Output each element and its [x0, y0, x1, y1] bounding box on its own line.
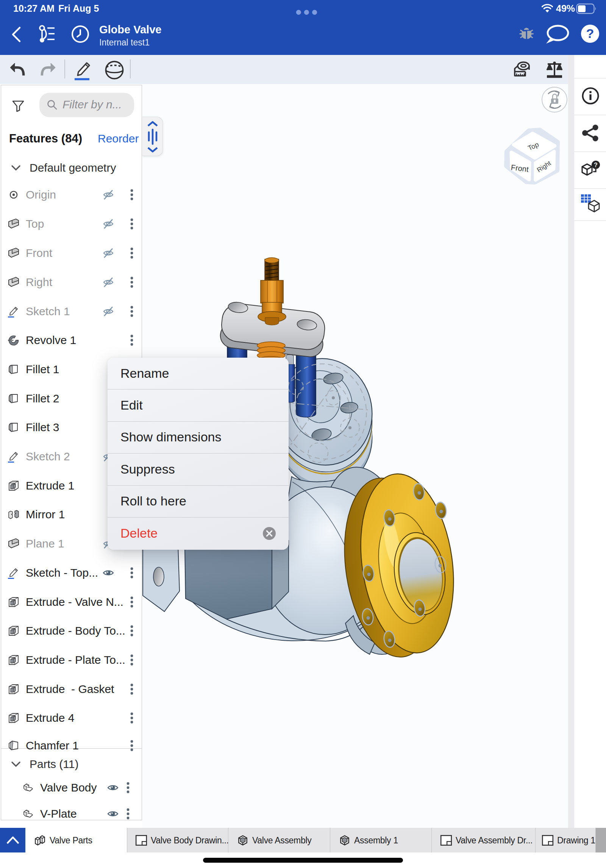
svg-text:?: ?: [594, 162, 598, 168]
svg-text:?: ?: [586, 26, 594, 41]
